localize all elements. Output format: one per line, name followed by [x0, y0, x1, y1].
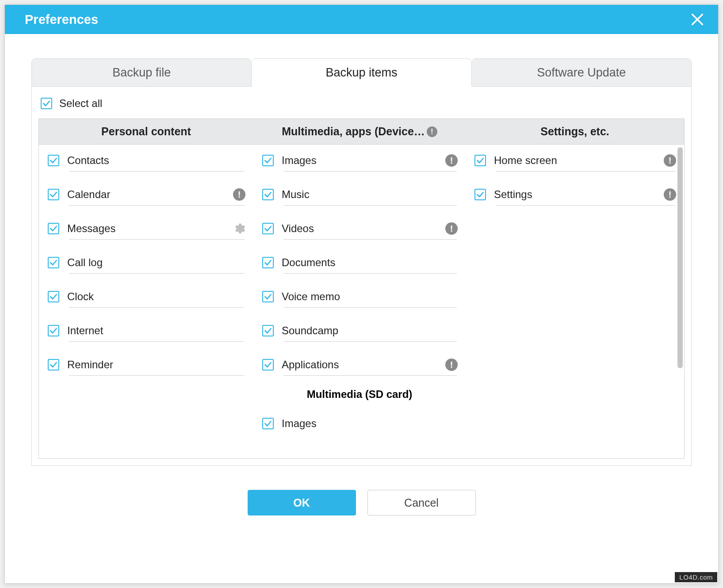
- button-label: OK: [293, 496, 310, 509]
- item-documents: Documents: [262, 252, 457, 273]
- item-label: Settings: [494, 188, 532, 201]
- check-icon: [476, 190, 485, 199]
- checkbox-music[interactable]: [262, 189, 274, 200]
- gear-icon[interactable]: [232, 222, 245, 235]
- item-label: Music: [282, 188, 310, 201]
- scrollbar[interactable]: [677, 147, 683, 395]
- button-label: Cancel: [404, 496, 439, 509]
- ok-button[interactable]: OK: [248, 490, 356, 515]
- item-label: Reminder: [67, 359, 113, 371]
- item-label: Contacts: [67, 154, 109, 167]
- item-label: Images: [282, 154, 317, 167]
- item-clock: Clock: [48, 286, 245, 307]
- info-icon[interactable]: !: [233, 188, 245, 201]
- item-label: Internet: [67, 325, 103, 337]
- check-icon: [49, 258, 58, 267]
- dialog-footer: OK Cancel: [31, 466, 692, 515]
- checkbox-call-log[interactable]: [48, 257, 59, 268]
- checkbox-calendar[interactable]: [48, 189, 59, 200]
- item-label: Applications: [282, 359, 339, 371]
- item-soundcamp: Soundcamp: [262, 320, 457, 341]
- item-label: Calendar: [67, 188, 110, 201]
- checkbox-images[interactable]: [262, 155, 274, 166]
- tab-label: Software Update: [537, 66, 626, 80]
- column-headers: Personal content Multimedia, apps (Devic…: [39, 119, 684, 145]
- select-all-row: Select all: [32, 97, 691, 118]
- item-sd-images: Images: [262, 413, 457, 434]
- info-icon[interactable]: !: [445, 154, 458, 167]
- item-settings: Settings !: [474, 184, 675, 205]
- check-icon: [49, 326, 58, 335]
- checkbox-contacts[interactable]: [48, 155, 59, 166]
- item-label: Soundcamp: [282, 325, 338, 337]
- info-icon[interactable]: !: [664, 188, 676, 201]
- info-icon[interactable]: !: [445, 222, 458, 235]
- column-header-personal: Personal content: [39, 119, 253, 144]
- checkbox-reminder[interactable]: [48, 359, 59, 370]
- column-label: Multimedia, apps (Device…: [282, 125, 425, 138]
- item-call-log: Call log: [48, 252, 245, 273]
- checkbox-internet[interactable]: [48, 325, 59, 336]
- checkbox-messages[interactable]: [48, 223, 59, 234]
- dialog-title: Preferences: [25, 12, 98, 27]
- tab-bar: Backup file Backup items Software Update: [31, 58, 692, 87]
- item-applications: Applications !: [262, 354, 457, 375]
- column-label: Settings, etc.: [540, 125, 609, 138]
- tab-software-update[interactable]: Software Update: [472, 58, 692, 87]
- column-header-settings: Settings, etc.: [466, 119, 684, 144]
- select-all-label: Select all: [59, 97, 102, 110]
- item-label: Videos: [282, 222, 314, 235]
- checkbox-documents[interactable]: [262, 257, 274, 268]
- item-label: Home screen: [494, 154, 557, 167]
- tab-label: Backup items: [325, 66, 397, 80]
- check-icon: [49, 360, 58, 369]
- item-internet: Internet: [48, 320, 245, 341]
- item-label: Clock: [67, 290, 94, 303]
- item-reminder: Reminder: [48, 354, 245, 375]
- check-icon: [264, 326, 272, 335]
- cancel-button[interactable]: Cancel: [367, 490, 476, 515]
- check-icon: [49, 156, 58, 165]
- checkbox-clock[interactable]: [48, 291, 59, 302]
- item-label: Call log: [67, 256, 103, 269]
- checkbox-videos[interactable]: [262, 223, 274, 234]
- info-icon[interactable]: !: [664, 154, 676, 167]
- multimedia-sd-header: Multimedia (SD card): [262, 388, 457, 401]
- checkbox-soundcamp[interactable]: [262, 325, 274, 336]
- check-icon: [264, 224, 272, 233]
- info-icon[interactable]: !: [427, 126, 437, 137]
- item-images: Images !: [262, 150, 457, 171]
- check-icon: [49, 292, 58, 301]
- tab-backup-file[interactable]: Backup file: [31, 58, 252, 87]
- backup-items-table: Personal content Multimedia, apps (Devic…: [38, 118, 685, 459]
- preferences-dialog: Preferences Backup file Backup items Sof…: [4, 4, 719, 584]
- check-icon: [264, 360, 272, 369]
- checkbox-applications[interactable]: [262, 359, 274, 370]
- item-home-screen: Home screen !: [474, 150, 675, 171]
- tab-backup-items[interactable]: Backup items: [252, 58, 471, 87]
- select-all-checkbox[interactable]: [41, 98, 52, 109]
- column-header-multimedia: Multimedia, apps (Device… !: [253, 119, 466, 144]
- scrollbar-thumb[interactable]: [677, 147, 683, 368]
- tab-panel-backup-items: Select all Personal content Multimedia, …: [31, 86, 692, 466]
- check-icon: [264, 258, 272, 267]
- checkbox-settings[interactable]: [474, 189, 486, 200]
- tab-label: Backup file: [112, 66, 171, 80]
- check-icon: [264, 156, 272, 165]
- checkbox-voice-memo[interactable]: [262, 291, 274, 302]
- info-icon[interactable]: !: [445, 359, 458, 371]
- checkbox-home-screen[interactable]: [474, 155, 486, 166]
- column-label: Personal content: [101, 125, 191, 138]
- check-icon: [264, 419, 272, 428]
- close-button[interactable]: [690, 12, 705, 27]
- checkbox-sd-images[interactable]: [262, 418, 274, 429]
- item-music: Music: [262, 184, 457, 205]
- personal-content-column: Contacts Calendar ! Messages: [39, 145, 253, 458]
- settings-column: Home screen ! Settings !: [466, 145, 684, 458]
- item-calendar: Calendar !: [48, 184, 245, 205]
- item-contacts: Contacts: [48, 150, 245, 171]
- titlebar: Preferences: [5, 5, 718, 34]
- close-icon: [690, 12, 705, 27]
- check-icon: [49, 224, 58, 233]
- item-voice-memo: Voice memo: [262, 286, 457, 307]
